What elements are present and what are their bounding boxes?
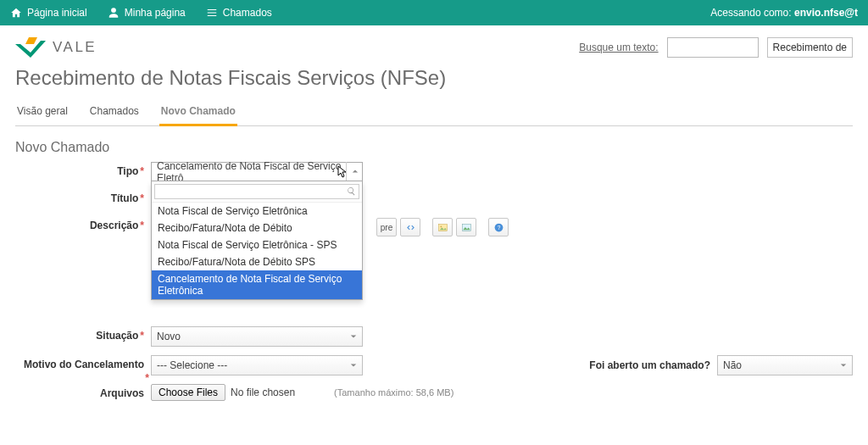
tab-new-ticket[interactable]: Novo Chamado	[159, 100, 237, 126]
tipo-option[interactable]: Recibo/Fatura/Nota de Débito SPS	[152, 253, 362, 270]
required-marker: *	[140, 192, 144, 204]
tab-tickets[interactable]: Chamados	[88, 100, 141, 125]
chevron-down-icon	[350, 333, 357, 340]
tipo-search	[152, 181, 362, 203]
toolbar-code-button[interactable]	[400, 218, 420, 236]
tabs: Visão geral Chamados Novo Chamado	[15, 100, 853, 126]
vale-logo-icon	[15, 36, 46, 59]
nav-mypage[interactable]: Minha página	[108, 7, 186, 19]
accessing-as: Acessando como: envio.nfse@t	[710, 7, 858, 19]
toolbar-image-button[interactable]	[432, 218, 453, 236]
label-descricao: Descrição*	[15, 216, 151, 231]
nav-mypage-label: Minha página	[125, 7, 186, 19]
field-situacao: Novo	[151, 326, 363, 347]
required-marker: *	[140, 165, 144, 177]
tipo-select[interactable]: Cancelamento de Nota Fiscal de Serviço E…	[151, 162, 363, 181]
brand-logo[interactable]: VALE	[15, 36, 97, 59]
tipo-option[interactable]: Cancelamento de Nota Fiscal de Serviço E…	[152, 270, 362, 299]
label-situacao: Situação*	[15, 326, 151, 342]
foi-aberto-select[interactable]: Não	[717, 355, 853, 375]
tab-overview[interactable]: Visão geral	[15, 100, 70, 125]
home-icon	[10, 7, 22, 19]
svg-text:?: ?	[497, 225, 500, 231]
choose-files-button[interactable]: Choose Files	[151, 384, 225, 401]
field-foi-aberto: Não	[717, 355, 853, 375]
row-descricao: Descrição* pre ?	[15, 216, 853, 318]
tipo-option[interactable]: Recibo/Fatura/Nota de Débito	[152, 220, 362, 236]
file-chosen-status: No file chosen	[231, 387, 295, 398]
foi-aberto-value: Não	[723, 359, 742, 371]
search-input[interactable]	[667, 37, 759, 58]
row-arquivos: Arquivos Choose Files No file chosen (Ta…	[15, 384, 853, 401]
nav-home-label: Página inicial	[27, 7, 87, 19]
help-icon: ?	[493, 222, 504, 233]
toolbar-pre-button[interactable]: pre	[376, 218, 397, 236]
top-nav-list: Página inicial Minha página Chamados	[10, 7, 272, 19]
field-tipo: Cancelamento de Nota Fiscal de Serviço E…	[151, 162, 363, 181]
row-motivo-foiaberto: Motivo do Cancelamento * --- Selecione -…	[15, 355, 853, 375]
section-title: Novo Chamado	[0, 126, 868, 162]
page-title: Recebimento de Notas Fiscais Serviços (N…	[15, 66, 853, 90]
search-scope-select[interactable]: Recebimento de	[767, 37, 853, 58]
label-motivo: Motivo do Cancelamento *	[15, 355, 151, 375]
row-tipo: Tipo* Cancelamento de Nota Fiscal de Ser…	[15, 162, 853, 181]
motivo-select[interactable]: --- Selecione ---	[151, 355, 363, 375]
label-titulo: Título*	[15, 189, 151, 204]
label-foi-aberto: Foi aberto um chamado?	[490, 359, 717, 371]
toolbar-separator	[480, 218, 485, 236]
brand-name: VALE	[53, 39, 97, 56]
editor-toolbar: pre ?	[376, 218, 509, 236]
toolbar-separator	[424, 218, 429, 236]
list-icon	[206, 7, 218, 19]
required-marker: *	[140, 220, 144, 231]
tipo-select-choice[interactable]: Cancelamento de Nota Fiscal de Serviço E…	[151, 162, 363, 181]
nav-tickets[interactable]: Chamados	[206, 7, 272, 19]
field-motivo: --- Selecione ---	[151, 355, 363, 375]
cursor-icon	[337, 165, 349, 181]
field-arquivos: Choose Files No file chosen (Tamanho máx…	[151, 384, 453, 401]
tipo-option[interactable]: Nota Fiscal de Serviço Eletrônica	[152, 203, 362, 220]
tipo-option[interactable]: Nota Fiscal de Serviço Eletrônica - SPS	[152, 236, 362, 253]
user-icon	[108, 7, 120, 19]
toolbar-help-button[interactable]: ?	[488, 218, 509, 236]
row-situacao: Situação* Novo	[15, 326, 853, 347]
nav-tickets-label: Chamados	[223, 7, 272, 19]
code-icon	[405, 222, 416, 233]
new-ticket-form: Tipo* Cancelamento de Nota Fiscal de Ser…	[0, 162, 868, 420]
situacao-select[interactable]: Novo	[151, 326, 363, 347]
accessing-as-label: Acessando como:	[710, 7, 791, 19]
situacao-value: Novo	[157, 331, 181, 342]
tipo-search-input[interactable]	[154, 184, 359, 199]
chevron-down-icon	[840, 362, 847, 369]
chevron-down-icon	[350, 362, 357, 369]
top-navbar: Página inicial Minha página Chamados Ace…	[0, 0, 868, 25]
landscape-icon	[461, 222, 472, 233]
required-marker: *	[140, 330, 144, 342]
search-scope-value: Recebimento de	[773, 42, 847, 53]
search-icon	[347, 186, 356, 196]
label-tipo: Tipo*	[15, 162, 151, 177]
svg-point-1	[440, 225, 442, 227]
header-row: VALE Busque um texto: Recebimento de	[15, 36, 853, 59]
search-label[interactable]: Busque um texto:	[579, 42, 658, 53]
tipo-options-list: Nota Fiscal de Serviço Eletrônica Recibo…	[152, 203, 362, 299]
search-area: Busque um texto: Recebimento de	[579, 37, 853, 58]
nav-home[interactable]: Página inicial	[10, 7, 87, 19]
file-size-hint: (Tamanho máximo: 58,6 MB)	[334, 387, 453, 398]
required-marker: *	[145, 372, 149, 384]
label-arquivos: Arquivos	[15, 384, 151, 399]
accessing-as-user: envio.nfse@t	[794, 7, 858, 19]
motivo-value: --- Selecione ---	[157, 359, 227, 371]
image-icon	[437, 222, 448, 233]
header: VALE Busque um texto: Recebimento de Rec…	[0, 25, 868, 126]
toolbar-landscape-button[interactable]	[456, 218, 476, 236]
row-titulo: Título*	[15, 189, 853, 208]
tipo-dropdown: Nota Fiscal de Serviço Eletrônica Recibo…	[151, 181, 363, 300]
